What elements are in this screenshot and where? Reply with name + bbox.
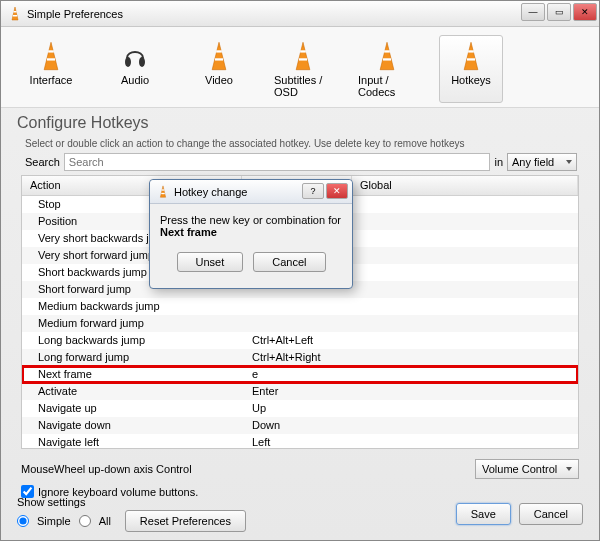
cell-global	[352, 434, 578, 449]
cell-global	[352, 366, 578, 383]
save-button[interactable]: Save	[456, 503, 511, 525]
cell-hotkey: Up	[242, 400, 352, 417]
svg-rect-21	[162, 189, 165, 190]
tab-subtitles[interactable]: Subtitles / OSD	[271, 35, 335, 103]
svg-rect-19	[467, 58, 475, 60]
table-row[interactable]: ActivateEnter	[22, 383, 578, 400]
window-title: Simple Preferences	[27, 8, 123, 20]
hotkey-change-dialog: Hotkey change ? ✕ Press the new key or c…	[149, 179, 353, 289]
headphones-icon	[123, 40, 147, 72]
cell-global	[352, 315, 578, 332]
cell-global	[352, 332, 578, 349]
cell-hotkey	[242, 315, 352, 332]
cell-hotkey: e	[242, 366, 352, 383]
search-label: Search	[25, 156, 60, 168]
cell-hotkey: Ctrl+Alt+Left	[242, 332, 352, 349]
tab-label: Subtitles / OSD	[274, 74, 332, 98]
cell-action: Medium backwards jump	[22, 298, 242, 315]
svg-rect-12	[300, 50, 306, 52]
table-row[interactable]: Medium forward jump	[22, 315, 578, 332]
search-field-select[interactable]: Any field	[507, 153, 577, 171]
page-heading: Configure Hotkeys	[1, 108, 599, 132]
cell-action: Navigate left	[22, 434, 242, 449]
cell-hotkey: Enter	[242, 383, 352, 400]
svg-rect-22	[161, 192, 165, 193]
svg-rect-13	[299, 58, 307, 60]
svg-marker-3	[44, 42, 58, 69]
cone-icon	[291, 40, 315, 72]
tab-label: Interface	[30, 74, 73, 86]
titlebar[interactable]: Simple Preferences — ▭ ✕	[1, 1, 599, 27]
hint-text: Select or double click an action to chan…	[1, 132, 599, 153]
chevron-down-icon	[566, 467, 572, 471]
dialog-help-button[interactable]: ?	[302, 183, 324, 199]
table-row[interactable]: Long backwards jumpCtrl+Alt+Left	[22, 332, 578, 349]
col-global[interactable]: Global	[352, 176, 578, 195]
dialog-message-prefix: Press the new key or combination for	[160, 214, 341, 226]
cell-hotkey	[242, 298, 352, 315]
cell-global	[352, 400, 578, 417]
search-input[interactable]	[64, 153, 491, 171]
cone-icon	[39, 40, 63, 72]
dialog-cancel-button[interactable]: Cancel	[253, 252, 325, 272]
cell-action: Long forward jump	[22, 349, 242, 366]
cell-action: Activate	[22, 383, 242, 400]
cancel-button[interactable]: Cancel	[519, 503, 583, 525]
cell-global	[352, 349, 578, 366]
tab-audio[interactable]: Audio	[103, 35, 167, 103]
table-row[interactable]: Navigate leftLeft	[22, 434, 578, 449]
svg-marker-14	[380, 42, 394, 69]
category-tabs: Interface Audio Video Subtitles / OSD In…	[1, 27, 599, 108]
cell-action: Medium forward jump	[22, 315, 242, 332]
table-row[interactable]: Medium backwards jump	[22, 298, 578, 315]
cell-global	[352, 298, 578, 315]
cell-action: Long backwards jump	[22, 332, 242, 349]
tab-label: Input / Codecs	[358, 74, 416, 98]
table-row[interactable]: Next framee	[22, 366, 578, 383]
show-settings-label: Show settings	[17, 496, 246, 508]
svg-marker-0	[12, 7, 18, 20]
tab-label: Hotkeys	[451, 74, 491, 86]
dialog-close-button[interactable]: ✕	[326, 183, 348, 199]
svg-marker-20	[160, 185, 165, 196]
close-button[interactable]: ✕	[573, 3, 597, 21]
tab-interface[interactable]: Interface	[19, 35, 83, 103]
maximize-button[interactable]: ▭	[547, 3, 571, 21]
in-label: in	[494, 156, 503, 168]
mousewheel-label: MouseWheel up-down axis Control	[21, 463, 192, 475]
cell-global	[352, 417, 578, 434]
reset-preferences-button[interactable]: Reset Preferences	[125, 510, 246, 532]
cone-icon	[459, 40, 483, 72]
cell-global	[352, 230, 578, 247]
tab-hotkeys[interactable]: Hotkeys	[439, 35, 503, 103]
tab-video[interactable]: Video	[187, 35, 251, 103]
radio-simple[interactable]	[17, 515, 29, 527]
svg-point-7	[139, 57, 145, 67]
cell-action: Navigate down	[22, 417, 242, 434]
table-row[interactable]: Long forward jumpCtrl+Alt+Right	[22, 349, 578, 366]
svg-marker-17	[464, 42, 478, 69]
table-row[interactable]: Navigate downDown	[22, 417, 578, 434]
unset-button[interactable]: Unset	[177, 252, 244, 272]
cell-action: Next frame	[22, 366, 242, 383]
cell-hotkey: Down	[242, 417, 352, 434]
tab-input-codecs[interactable]: Input / Codecs	[355, 35, 419, 103]
cell-global	[352, 383, 578, 400]
cell-global	[352, 213, 578, 230]
app-icon	[7, 6, 23, 22]
radio-all[interactable]	[79, 515, 91, 527]
svg-rect-18	[468, 50, 474, 52]
cell-global	[352, 264, 578, 281]
svg-rect-16	[383, 58, 391, 60]
tab-label: Audio	[121, 74, 149, 86]
svg-rect-9	[216, 50, 222, 52]
cone-icon	[375, 40, 399, 72]
svg-marker-8	[212, 42, 226, 69]
table-row[interactable]: Navigate upUp	[22, 400, 578, 417]
cell-hotkey: Left	[242, 434, 352, 449]
preferences-window: Simple Preferences — ▭ ✕ Interface Audio…	[0, 0, 600, 541]
minimize-button[interactable]: —	[521, 3, 545, 21]
cell-global	[352, 247, 578, 264]
mousewheel-select[interactable]: Volume Control	[475, 459, 579, 479]
dialog-titlebar[interactable]: Hotkey change ? ✕	[150, 180, 352, 204]
